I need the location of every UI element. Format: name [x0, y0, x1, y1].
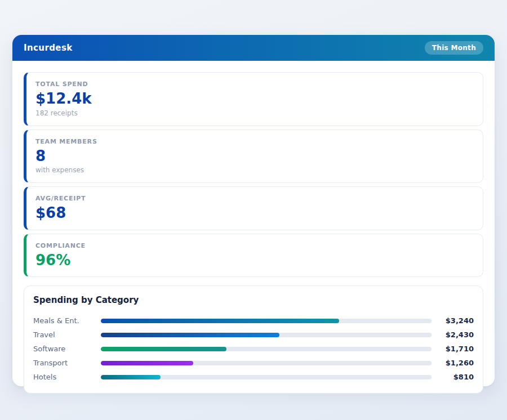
bar-fill — [101, 333, 279, 337]
app-title: Incurdesk — [24, 43, 73, 53]
spending-by-category-card: Spending by Category Meals & Ent. $3,240… — [24, 285, 483, 394]
bar-fill — [101, 347, 226, 351]
bar-label: Meals & Ent. — [33, 316, 101, 325]
stat-value: 8 — [35, 148, 474, 164]
bar-value: $1,260 — [437, 359, 474, 367]
stat-card-compliance: COMPLIANCE 96% — [24, 234, 483, 278]
stat-value: 96% — [35, 252, 474, 269]
bar-row-transport: Transport $1,260 — [33, 356, 474, 370]
bar-row-meals: Meals & Ent. $3,240 — [33, 314, 474, 328]
stat-subtext: with expenses — [35, 166, 474, 174]
bar-value: $1,710 — [437, 345, 474, 353]
bar-fill — [101, 375, 161, 379]
bar-label: Hotels — [33, 373, 101, 381]
bar-track — [101, 333, 432, 337]
bar-row-software: Software $1,710 — [33, 342, 474, 356]
stat-value: $68 — [35, 205, 474, 221]
bar-value: $810 — [437, 373, 474, 381]
bar-track — [101, 319, 432, 323]
stat-label: COMPLIANCE — [35, 242, 474, 249]
stat-card-total-spend: TOTAL SPEND $12.4k 182 receipts — [24, 72, 483, 126]
stat-label: TOTAL SPEND — [35, 81, 474, 88]
app-header: Incurdesk This Month — [12, 35, 495, 61]
period-badge[interactable]: This Month — [425, 41, 483, 55]
stat-value: $12.4k — [35, 91, 474, 107]
bar-value: $3,240 — [437, 316, 474, 325]
stat-subtext: 182 receipts — [35, 109, 474, 117]
bar-label: Travel — [33, 330, 101, 339]
stat-card-team-members: TEAM MEMBERS 8 with expenses — [24, 129, 483, 184]
bar-value: $2,430 — [437, 330, 474, 339]
stat-label: TEAM MEMBERS — [35, 138, 474, 145]
bar-label: Software — [33, 345, 101, 353]
stat-label: AVG/RECEIPT — [35, 195, 474, 202]
dashboard-panel: Incurdesk This Month TOTAL SPEND $12.4k … — [12, 35, 495, 386]
bar-row-travel: Travel $2,430 — [33, 328, 474, 342]
bar-track — [101, 347, 432, 351]
chart-title: Spending by Category — [33, 295, 474, 305]
stat-card-avg-receipt: AVG/RECEIPT $68 — [24, 186, 483, 230]
bar-track — [101, 361, 432, 365]
bar-row-hotels: Hotels $810 — [33, 370, 474, 384]
bar-fill — [101, 361, 193, 365]
bar-track — [101, 375, 432, 379]
bar-fill — [101, 319, 339, 323]
bar-label: Transport — [33, 359, 101, 367]
dashboard-content: TOTAL SPEND $12.4k 182 receipts TEAM MEM… — [12, 61, 495, 405]
